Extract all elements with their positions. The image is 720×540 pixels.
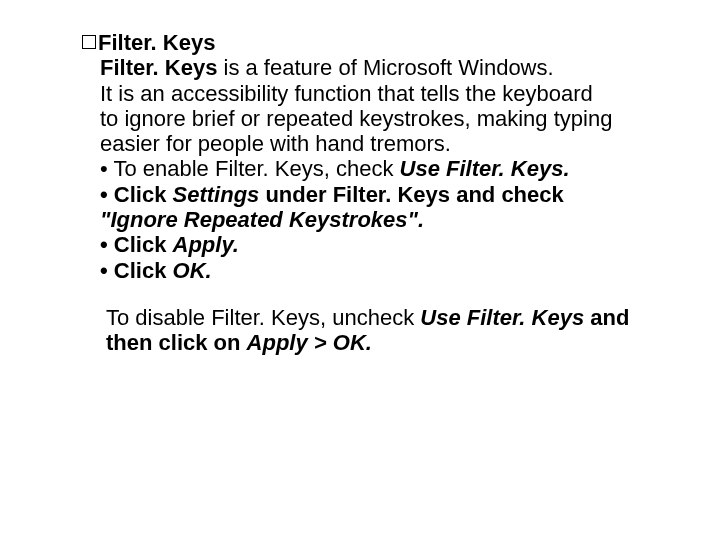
term: Filter. Keys bbox=[100, 55, 217, 80]
ui-label: Settings bbox=[173, 182, 260, 207]
list-item: under Filter. Keys and check bbox=[259, 182, 563, 207]
ui-label: Apply > OK. bbox=[247, 330, 372, 355]
footer-text: To disable Filter. Keys, uncheck Use Fil… bbox=[106, 305, 640, 356]
sentence: To disable Filter. Keys, uncheck bbox=[106, 305, 420, 330]
ui-label: OK. bbox=[173, 258, 212, 283]
list-item: • Click bbox=[100, 182, 173, 207]
sentence: is a feature of Microsoft Windows. bbox=[217, 55, 553, 80]
ui-label: Apply. bbox=[173, 232, 239, 257]
bullet-icon bbox=[82, 35, 96, 49]
ui-label: Use Filter. Keys bbox=[420, 305, 584, 330]
sentence: It is an accessibility function that tel… bbox=[100, 81, 640, 106]
heading-title: Filter. Keys bbox=[98, 30, 215, 55]
list-item: • Click bbox=[100, 258, 173, 283]
sentence: to ignore brief or repeated keystrokes, … bbox=[100, 106, 640, 157]
ui-label: Use Filter. Keys. bbox=[400, 156, 570, 181]
body-text: Filter. Keys is a feature of Microsoft W… bbox=[100, 55, 640, 283]
list-item: • To enable Filter. Keys, check bbox=[100, 156, 400, 181]
list-item: • Click bbox=[100, 232, 173, 257]
ui-label: "Ignore Repeated Keystrokes". bbox=[100, 207, 424, 232]
